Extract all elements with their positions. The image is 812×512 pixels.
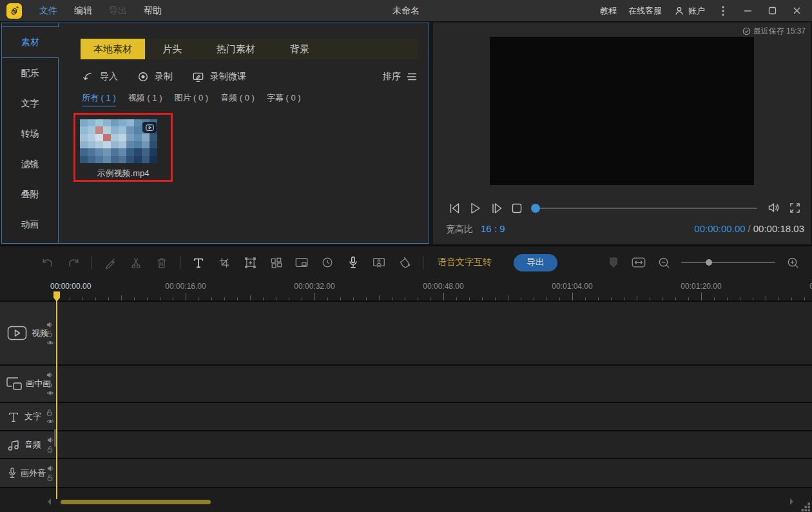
sidebar-item-music[interactable]: 配乐: [2, 58, 58, 88]
volume-icon[interactable]: [767, 201, 781, 214]
import-button[interactable]: 导入: [82, 71, 118, 83]
check-circle-icon: [742, 27, 751, 35]
online-support-link[interactable]: 在线客服: [628, 5, 662, 17]
track-volume-icon[interactable]: [46, 371, 54, 379]
track-visibility-icon[interactable]: [46, 390, 54, 396]
media-item-selected[interactable]: 示例视频.mp4: [73, 113, 173, 182]
app-logo-bee-icon[interactable]: [6, 3, 22, 19]
track-lane-text[interactable]: [57, 403, 812, 430]
track-header-video[interactable]: 视频: [0, 302, 57, 364]
undo-button[interactable]: [40, 255, 55, 270]
fullscreen-icon[interactable]: [789, 202, 801, 214]
sidebar-item-text[interactable]: 文字: [2, 88, 58, 119]
maximize-button[interactable]: [766, 5, 778, 17]
next-frame-button[interactable]: [490, 201, 504, 216]
paint-bucket-button[interactable]: [397, 255, 412, 270]
track-row-pip[interactable]: 画中画: [0, 366, 812, 403]
zoom-out-icon[interactable]: [656, 255, 672, 270]
filter-audio[interactable]: 音频 ( 0 ): [220, 92, 255, 106]
audio-track-icon: [7, 438, 20, 452]
aspect-ratio-value[interactable]: 16 : 9: [481, 223, 505, 234]
sidebar-item-filter[interactable]: 滤镜: [2, 149, 58, 179]
video-preview-screen[interactable]: [490, 37, 754, 185]
menu-export[interactable]: 导出: [101, 5, 135, 17]
track-visibility-icon[interactable]: [46, 418, 54, 424]
hscroll-thumb[interactable]: [61, 500, 211, 504]
sidebar-item-material[interactable]: 素材: [2, 26, 59, 58]
tab-intro[interactable]: 片头: [145, 39, 199, 59]
track-lane-voiceover[interactable]: [57, 459, 812, 487]
zoom-in-icon[interactable]: [785, 255, 800, 270]
track-visibility-icon[interactable]: [46, 340, 54, 346]
minimize-button[interactable]: [741, 5, 754, 17]
tutorial-link[interactable]: 教程: [600, 5, 617, 17]
track-volume-icon[interactable]: [47, 465, 54, 472]
mosaic-button[interactable]: [268, 255, 284, 270]
track-lane-pip[interactable]: [57, 366, 812, 402]
sidebar-item-transition[interactable]: 转场: [2, 119, 58, 149]
voiceover-record-button[interactable]: [345, 255, 361, 270]
sidebar-item-animation[interactable]: 动画: [2, 210, 58, 240]
track-header-audio[interactable]: 音频: [0, 431, 57, 458]
pip-button[interactable]: [294, 255, 309, 270]
filter-all[interactable]: 所有 ( 1 ): [82, 92, 116, 106]
track-lock-icon[interactable]: [46, 380, 54, 388]
portrait-presenter-button[interactable]: [371, 255, 387, 270]
track-lane-audio[interactable]: [57, 431, 812, 458]
seek-slider[interactable]: [532, 208, 757, 209]
timeline-zoom-handle[interactable]: [706, 259, 712, 266]
track-volume-icon[interactable]: [46, 321, 54, 328]
edit-clip-button[interactable]: [102, 255, 118, 270]
menu-help[interactable]: 帮助: [135, 5, 170, 17]
track-header-voiceover[interactable]: 画外音: [0, 459, 57, 487]
timeline-zoom-slider[interactable]: [681, 262, 775, 263]
play-button[interactable]: [467, 201, 483, 216]
split-scissors-button[interactable]: [128, 255, 144, 270]
track-row-text[interactable]: 文字: [0, 403, 812, 431]
speech-to-text-button[interactable]: 语音文字互转: [438, 257, 492, 268]
track-volume-icon[interactable]: [47, 437, 54, 444]
hscroll-right-arrow[interactable]: [790, 498, 793, 505]
marker-icon[interactable]: [606, 255, 621, 270]
track-header-pip[interactable]: 画中画: [0, 366, 57, 402]
delete-button[interactable]: [154, 255, 169, 270]
vscroll-thumb[interactable]: [54, 429, 57, 447]
hscroll-left-arrow[interactable]: [48, 498, 51, 505]
redo-button[interactable]: [66, 255, 81, 270]
track-lock-icon[interactable]: [47, 446, 54, 453]
track-lane-video[interactable]: [57, 302, 812, 364]
filter-image[interactable]: 图片 ( 0 ): [174, 92, 208, 106]
crop-button[interactable]: [217, 255, 232, 270]
export-button[interactable]: 导出: [514, 254, 557, 271]
filter-video[interactable]: 视频 ( 1 ): [128, 92, 162, 106]
menu-edit[interactable]: 编辑: [66, 5, 101, 17]
seek-slider-handle[interactable]: [531, 204, 540, 213]
timeline-ruler[interactable]: 00:00:00.0000:00:16.0000:00:32.0000:00:4…: [0, 280, 812, 302]
fit-timeline-icon[interactable]: [631, 255, 646, 270]
tab-hot-material[interactable]: 热门素材: [199, 39, 273, 59]
sort-button[interactable]: 排序: [383, 71, 417, 83]
add-text-button[interactable]: [191, 255, 206, 270]
zoom-frame-button[interactable]: [242, 255, 258, 270]
duration-button[interactable]: [320, 255, 335, 270]
account-button[interactable]: 账户: [673, 5, 705, 17]
track-lock-icon[interactable]: [47, 474, 54, 482]
tab-background[interactable]: 背景: [273, 39, 327, 59]
track-lock-icon[interactable]: [46, 330, 54, 338]
more-menu-icon[interactable]: [717, 5, 730, 17]
record-lecture-button[interactable]: 录制微课: [192, 71, 246, 83]
record-button[interactable]: 录制: [137, 71, 173, 83]
sidebar-item-overlay[interactable]: 叠附: [2, 179, 58, 210]
resize-grip[interactable]: [801, 502, 811, 511]
menu-file[interactable]: 文件: [31, 5, 66, 17]
track-lock-icon[interactable]: [46, 409, 54, 417]
tab-local-material[interactable]: 本地素材: [81, 39, 145, 59]
track-row-video[interactable]: 视频: [0, 302, 812, 366]
filter-subtitle[interactable]: 字幕 ( 0 ): [267, 92, 301, 106]
track-header-text[interactable]: 文字: [0, 403, 57, 430]
track-row-voiceover[interactable]: 画外音: [0, 459, 812, 488]
close-button[interactable]: [790, 5, 803, 17]
stop-button[interactable]: [511, 202, 523, 214]
previous-frame-button[interactable]: [447, 201, 461, 216]
track-row-audio[interactable]: 音频: [0, 431, 812, 459]
